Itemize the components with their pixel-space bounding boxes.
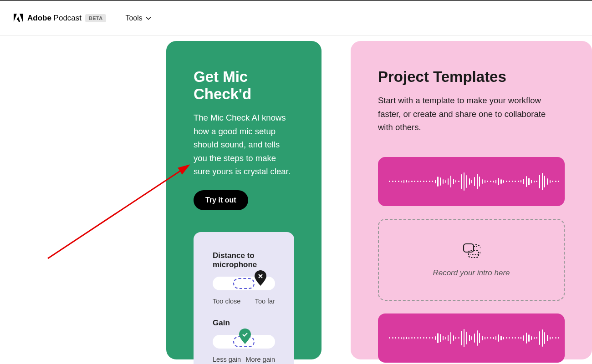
header: Adobe Podcast BETA Tools: [0, 1, 592, 35]
mic-check-panel: Distance to microphone Too close Too f: [194, 232, 294, 364]
gain-right-label: More gain: [246, 356, 275, 363]
template-wave-1[interactable]: [378, 157, 565, 206]
gain-slider[interactable]: [213, 335, 275, 349]
templates-card: Project Templates Start with a template …: [351, 41, 592, 359]
distance-label: Distance to microphone: [213, 251, 275, 269]
templates-title: Project Templates: [378, 68, 565, 86]
distance-left-label: Too close: [213, 298, 240, 305]
try-it-out-button[interactable]: Try it out: [194, 190, 248, 210]
record-placeholder-icon: [462, 242, 480, 258]
gain-pin-good-icon: [239, 329, 251, 344]
gain-section: Gain Less gain More gain: [213, 318, 275, 363]
brand-text: Adobe Podcast: [27, 14, 82, 23]
distance-right-label: Too far: [255, 298, 275, 305]
gain-left-label: Less gain: [213, 356, 241, 363]
waveform-icon: [389, 168, 559, 195]
mic-check-desc: The Mic Check AI knows how a good mic se…: [194, 111, 294, 178]
distance-slider[interactable]: [213, 277, 275, 290]
record-hint-label: Record your intro here: [433, 268, 510, 278]
template-record-slot[interactable]: Record your intro here: [378, 219, 565, 301]
chevron-down-icon: [145, 15, 152, 21]
templates-desc: Start with a template to make your workf…: [378, 94, 560, 134]
gain-label: Gain: [213, 318, 275, 328]
mic-check-title: Get Mic Check'd: [194, 68, 294, 103]
distance-target-zone: [233, 278, 255, 289]
beta-badge: BETA: [85, 14, 106, 22]
svg-rect-0: [464, 244, 474, 252]
mic-check-card: Get Mic Check'd The Mic Check AI knows h…: [166, 41, 322, 359]
distance-pin-bad-icon: [255, 270, 266, 286]
waveform-icon: [389, 324, 559, 352]
tools-menu[interactable]: Tools: [125, 14, 151, 22]
distance-section: Distance to microphone Too close Too f: [213, 251, 275, 305]
adobe-logo-icon: [13, 13, 24, 24]
tools-label: Tools: [125, 14, 142, 22]
brand[interactable]: Adobe Podcast BETA: [13, 13, 106, 24]
template-wave-2[interactable]: [378, 313, 565, 363]
